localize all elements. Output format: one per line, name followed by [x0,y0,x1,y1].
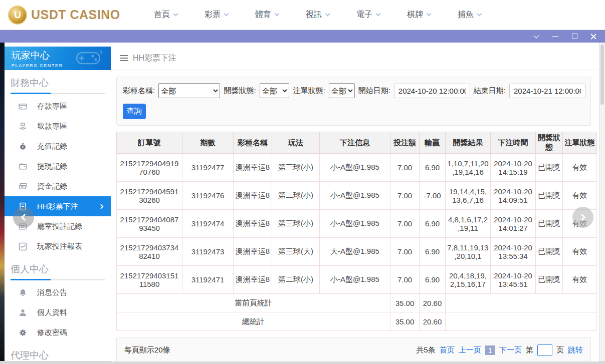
minimize-button[interactable] [552,33,559,40]
order-status-select[interactable]: 全部 [329,83,355,98]
scrollbar-thumb[interactable] [600,45,604,105]
summary-row: 總統計35.0020.60 [117,312,597,331]
table-cell: 31192474 [182,210,234,238]
hamburger-menu-icon[interactable] [120,55,128,61]
table-cell: 7.00 [390,210,420,238]
table-cell: 1,10,7,11,20,19,14,16 [446,154,491,182]
gear-icon [19,328,27,337]
carousel-left-arrow-button[interactable] [13,207,34,228]
next-page-link[interactable]: 下一页 [499,345,522,355]
nav-item-label: 體育 [255,10,271,20]
table-cell: 31192477 [182,154,234,182]
sidebar-item-announcements[interactable]: 消息公告 [5,282,111,302]
jump-prefix-label: 第 [526,345,533,355]
bell-icon [19,288,27,297]
table-cell: 第三球(小) [272,210,320,238]
nav-item-video[interactable]: 視訊 [292,0,343,30]
top-nav-menu: 首頁 彩票 體育 視訊 電子 棋牌 捕魚 [140,0,495,30]
chevron-down-icon [325,12,330,17]
table-cell: 6.90 [420,154,446,182]
main-content: HH彩票下注 彩種名稱: 全部 開獎狀態: 全部 注單狀態: 全部 開始日期: … [111,43,599,361]
table-row: 215217294049197076031192477澳洲幸运8第三球(小)小-… [117,154,597,182]
banknotes-icon [19,182,27,191]
logo[interactable]: U USDT CASINO [8,6,126,25]
summary-cell [446,294,597,312]
sidebar-item-recharge-record[interactable]: ¥ 充值記錄 [5,136,111,156]
sidebar-item-withdraw[interactable]: 取款專區 [5,116,111,136]
section-finance-center: 財務中心 [5,70,111,93]
jump-button[interactable]: 跳转 [568,345,583,355]
draw-status-select[interactable]: 全部 [260,83,290,98]
first-page-link[interactable]: 首页 [440,345,455,355]
report-chart-icon [19,242,27,251]
close-button[interactable] [590,33,597,40]
section-divider [11,93,105,94]
sidebar-item-profile[interactable]: 個人資料 [5,302,111,322]
section-divider [11,279,105,280]
maximize-button[interactable] [571,33,578,40]
lottery-name-select[interactable]: 全部 [158,83,220,98]
nav-item-fishing[interactable]: 捕魚 [444,0,495,30]
filter-panel: 彩種名稱: 全部 開獎狀態: 全部 注單狀態: 全部 開始日期: 結束日期: 查… [116,77,591,126]
summary-cell: 當前頁統計 [117,294,390,312]
sidebar-item-funds-record[interactable]: 資金記錄 [5,176,111,196]
section-agent-center: 代理中心 [5,342,111,361]
nav-item-label: 視訊 [306,10,322,20]
breadcrumb: HH彩票下注 [111,47,599,70]
nav-item-sports[interactable]: 體育 [242,0,292,30]
pagination: 共5条 首页 上一页 1 下一页 第 页 跳转 [416,344,583,356]
table-cell: 2024-10-20 13:55:34 [491,238,536,266]
nav-item-chess[interactable]: 棋牌 [393,0,444,30]
chevron-right-icon [99,204,104,209]
table-header-row: 訂單號期數彩種名稱玩法下注信息投注額輸贏開獎結果下注時間開獎狀態注單狀態 [117,132,597,154]
collapse-chevron-icon[interactable] [533,33,540,40]
table-cell: 2152172940459130260 [117,182,182,210]
query-button[interactable]: 查詢 [123,104,146,119]
summary-cell [446,312,597,331]
table-cell: 澳洲幸运8 [234,266,272,294]
summary-cell: 20.60 [420,312,446,331]
prev-page-link[interactable]: 上一页 [459,345,481,355]
table-cell: 已開獎 [536,182,563,210]
person-icon [19,308,27,317]
table-cell: 6.90 [420,266,446,294]
pagination-bar: 每頁顯示20條 共5条 首页 上一页 1 下一页 第 页 跳转 [116,337,591,361]
gamepad-icon [74,49,107,68]
nav-item-home[interactable]: 首頁 [140,0,191,30]
start-date-input[interactable] [394,84,470,98]
sidebar-item-label: 個人資料 [37,308,67,317]
sidebar-item-deposit[interactable]: 存款專區 [5,96,111,116]
table-cell: 2024-10-20 14:01:27 [491,210,536,238]
table-cell: 已開獎 [536,210,563,238]
table-column-header: 投注額 [390,132,420,154]
nav-item-lottery[interactable]: 彩票 [191,0,242,30]
table-column-header: 下注信息 [320,132,390,154]
sidebar-item-label: 取款專區 [37,122,67,131]
summary-cell: 20.60 [420,294,446,312]
sidebar-item-cashout-record[interactable]: 提現記錄 [5,156,111,176]
window-title-bar [0,30,605,43]
sidebar-item-change-password[interactable]: 修改密碼 [5,322,111,342]
table-cell: 小-A盤@1.985 [320,182,390,210]
sidebar-item-player-report[interactable]: 玩家投注報表 [5,236,111,256]
table-row: 215217294037348241031192473澳洲幸运8第三球(大)大-… [117,238,597,266]
table-cell: 小-A盤@1.985 [320,210,390,238]
end-date-label: 結束日期: [474,86,506,96]
players-center-header: 玩家中心 PLAYERS CENTER [5,47,111,70]
summary-row: 當前頁統計35.0020.60 [117,294,597,312]
scrollbar-track[interactable] [599,43,605,361]
chevron-down-icon [427,12,432,17]
table-cell: 澳洲幸运8 [234,182,272,210]
chevron-left-icon [21,214,28,221]
sidebar-item-label: 存款專區 [37,102,67,111]
nav-item-electronic[interactable]: 電子 [343,0,393,30]
table-cell: 6.90 [420,210,446,238]
summary-cell: 35.00 [390,312,420,331]
table-cell: 7,8,11,19,13,20,10,1 [446,238,491,266]
table-cell: 2152172940373482410 [117,238,182,266]
page-jump-input[interactable] [537,344,552,356]
carousel-right-arrow-button[interactable] [572,207,593,228]
end-date-input[interactable] [509,84,585,98]
table-cell: 2024-10-20 14:09:51 [491,182,536,210]
table-cell: 澳洲幸运8 [234,238,272,266]
